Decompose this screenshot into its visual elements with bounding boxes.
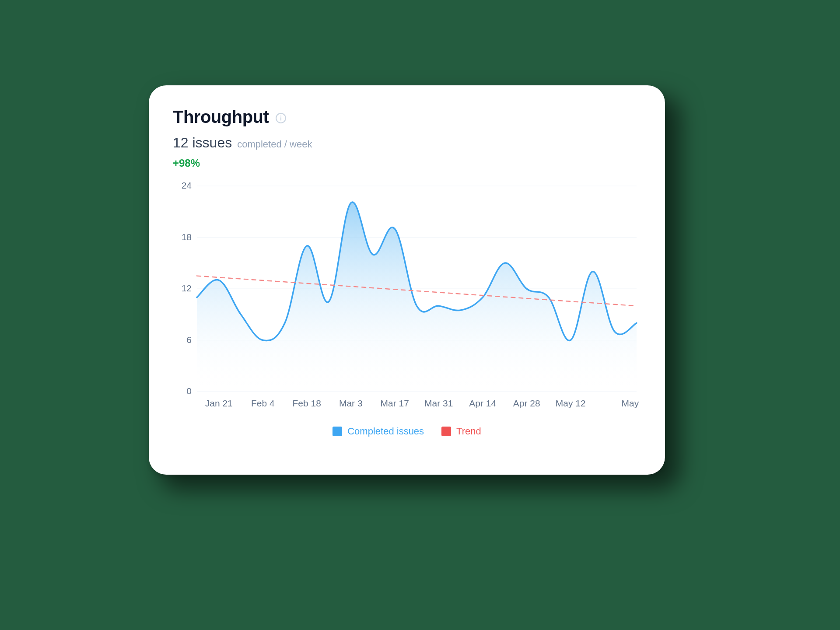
svg-text:Apr 28: Apr 28 [513, 398, 540, 408]
svg-text:12: 12 [182, 283, 192, 293]
svg-text:May 31: May 31 [622, 398, 641, 408]
svg-text:Feb 4: Feb 4 [251, 398, 275, 408]
svg-text:Apr 14: Apr 14 [469, 398, 496, 408]
svg-text:May 12: May 12 [556, 398, 586, 408]
svg-text:18: 18 [182, 232, 192, 242]
legend-swatch-trend-icon [441, 427, 451, 436]
svg-point-2 [280, 115, 281, 116]
svg-text:Jan 21: Jan 21 [205, 398, 233, 408]
svg-text:Mar 31: Mar 31 [424, 398, 453, 408]
throughput-card: Throughput 12 issues completed / week +9… [149, 85, 665, 475]
legend-label-trend: Trend [456, 426, 481, 437]
card-header: Throughput [173, 107, 641, 127]
metric-row: 12 issues completed / week [173, 135, 641, 151]
svg-text:6: 6 [186, 335, 192, 345]
legend-item-completed[interactable]: Completed issues [332, 426, 424, 437]
chart-legend: Completed issues Trend [173, 426, 641, 437]
card-title: Throughput [173, 107, 269, 127]
metric-sublabel: completed / week [237, 139, 312, 150]
svg-text:0: 0 [186, 386, 192, 396]
legend-label-completed: Completed issues [347, 426, 424, 437]
svg-text:Mar 3: Mar 3 [339, 398, 363, 408]
info-icon[interactable] [275, 112, 287, 124]
svg-text:Feb 18: Feb 18 [293, 398, 321, 408]
svg-text:24: 24 [182, 182, 192, 190]
legend-item-trend[interactable]: Trend [441, 426, 481, 437]
svg-line-13 [197, 276, 637, 306]
svg-text:Mar 17: Mar 17 [381, 398, 409, 408]
delta-value: +98% [173, 157, 641, 169]
metric-value: 12 issues [173, 135, 232, 151]
throughput-chart: 06121824Jan 21Feb 4Feb 18Mar 3Mar 17Mar … [173, 182, 641, 418]
legend-swatch-completed-icon [332, 427, 342, 436]
